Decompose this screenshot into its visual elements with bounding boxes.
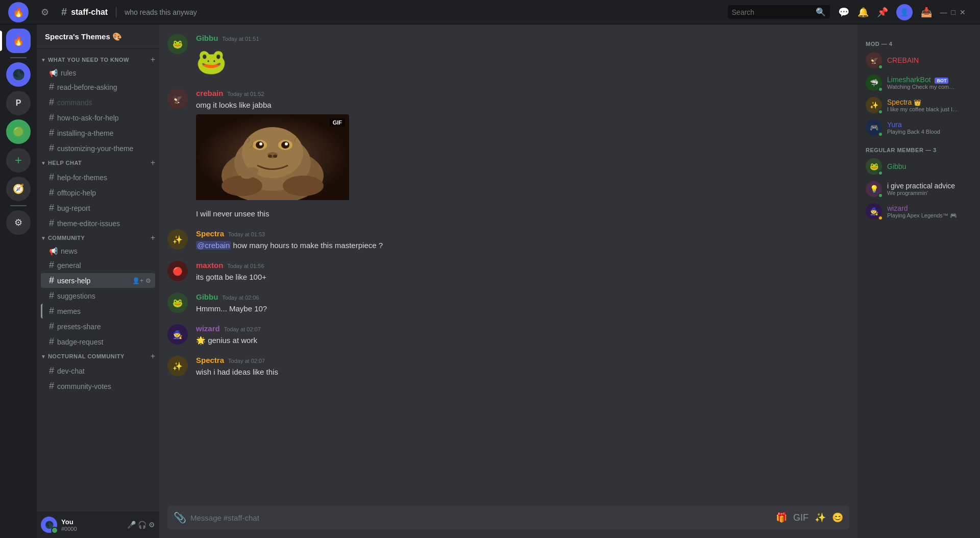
server-item-green[interactable]: 🟢 (6, 119, 31, 144)
channel-help-themes[interactable]: # help-for-themes (41, 170, 155, 185)
avatar[interactable]: 🧙 (167, 324, 188, 345)
category-what-you-need-to-know[interactable]: ▼ WHAT YOU NEED TO KNOW + (37, 53, 159, 66)
explore-button[interactable]: 🧭 (6, 177, 31, 201)
avatar[interactable]: ✨ (167, 356, 188, 376)
message-author[interactable]: crebain (196, 89, 223, 97)
avatar: 🎮 (866, 119, 882, 136)
settings-channel-icon[interactable]: ⚙ (145, 277, 151, 284)
message-text: wish i had ideas like this (196, 366, 849, 377)
list-item[interactable]: ✨ Spectra 👑 I like my coffee black just … (862, 94, 976, 116)
channel-theme-editor[interactable]: # theme-editor-issues (41, 216, 155, 231)
category-label-help: HELP CHAT (48, 160, 149, 166)
channel-offtopic[interactable]: # offtopic-help (41, 185, 155, 200)
channel-general[interactable]: # general (41, 258, 155, 273)
category-community[interactable]: ▼ COMMUNITY + (37, 231, 159, 244)
channel-suggestions[interactable]: # suggestions (41, 288, 155, 303)
message-author[interactable]: maxton (196, 261, 223, 270)
list-item[interactable]: 🐸 Gibbu (862, 155, 976, 178)
avatar: 🧙 (866, 203, 882, 219)
channel-how-to-ask[interactable]: # how-to-ask-for-help (41, 110, 155, 125)
channel-badge-request[interactable]: # badge-request (41, 334, 155, 349)
category-add-icon-4[interactable]: + (151, 352, 155, 361)
close-button[interactable]: ✕ (960, 8, 966, 16)
channel-bug-report[interactable]: # bug-report (41, 201, 155, 215)
notification-icon[interactable]: 🔔 (857, 7, 869, 18)
channel-commands[interactable]: # commands (41, 95, 155, 110)
list-item[interactable]: 🧙 wizard Playing Apex Legends™ 🎮 (862, 200, 976, 223)
search-input[interactable] (732, 8, 814, 16)
avatar[interactable]: 🐸 (167, 34, 188, 54)
server-item-spectra[interactable]: 🔥 (6, 29, 31, 53)
bot-badge: BOT (935, 78, 948, 84)
channel-installing-name: installing-a-theme (57, 129, 151, 137)
list-item[interactable]: 🎮 Yura Playing Back 4 Blood (862, 116, 976, 139)
channel-bug-name: bug-report (57, 204, 151, 212)
user-settings-icon[interactable]: ⚙ (149, 521, 155, 529)
user-avatar[interactable]: 🌑 (41, 517, 57, 533)
settings-icon[interactable]: ⚙ (41, 7, 49, 18)
mute-icon[interactable]: 🎤 (127, 521, 136, 529)
inbox-2-icon[interactable]: 📥 (921, 7, 932, 18)
list-item[interactable]: 💡 i give practical advice We programmin' (862, 178, 976, 200)
gift-icon[interactable]: 🎁 (776, 512, 787, 523)
category-nocturnal[interactable]: ▼ NOCTURNAL COMMUNITY + (37, 350, 159, 363)
search-bar[interactable]: 🔍 (728, 5, 830, 19)
message-author[interactable]: wizard (196, 324, 220, 333)
attach-icon[interactable]: 📎 (174, 505, 186, 530)
message-timestamp: Today at 01:56 (227, 263, 264, 269)
sticker-icon[interactable]: ✨ (815, 512, 826, 523)
channel-news[interactable]: 📢 news (41, 245, 155, 257)
message-author[interactable]: Gibbu (196, 292, 218, 301)
message-author[interactable]: Spectra (196, 356, 224, 364)
hash-icon: # (49, 321, 54, 332)
list-item[interactable]: 🦈 LimesharkBot BOT Watching Check my com… (862, 71, 976, 94)
category-help-chat[interactable]: ▼ HELP CHAT + (37, 156, 159, 169)
inbox-icon[interactable]: 💬 (838, 7, 849, 18)
member-info: wizard Playing Apex Legends™ 🎮 (887, 204, 972, 219)
message-author[interactable]: Gibbu (196, 34, 218, 42)
emoji-icon[interactable]: 😊 (832, 512, 843, 523)
list-item[interactable]: 🦅 CREBAIN (862, 49, 976, 71)
channel-customizing[interactable]: # customizing-your-theme (41, 141, 155, 156)
channel-presets[interactable]: # presets-share (41, 319, 155, 334)
channel-memes[interactable]: # memes (41, 304, 155, 319)
avatar[interactable]: 🦅 (167, 89, 188, 109)
channel-rules[interactable]: 📢 rules (41, 67, 155, 79)
server-divider (10, 57, 27, 58)
category-label-info: WHAT YOU NEED TO KNOW (48, 57, 149, 63)
table-row: ✨ Spectra Today at 02:07 wish i had idea… (167, 355, 849, 378)
minimize-button[interactable]: — (940, 8, 947, 16)
deafen-icon[interactable]: 🎧 (138, 521, 146, 529)
add-member-icon[interactable]: 👤+ (132, 277, 143, 284)
avatar[interactable]: 🔴 (167, 261, 188, 281)
header-divider (116, 7, 116, 17)
category-add-icon-3[interactable]: + (151, 233, 155, 242)
channel-installing[interactable]: # installing-a-theme (41, 126, 155, 140)
channel-item-icons: 👤+ ⚙ (132, 277, 151, 284)
svg-point-9 (285, 142, 288, 145)
channel-community-votes[interactable]: # community-votes (41, 379, 155, 394)
sidebar-server-name[interactable]: Spectra's Themes 🎨 (37, 25, 159, 49)
profile-icon[interactable]: 👤 (896, 4, 913, 20)
server-item-2[interactable]: 🌑 (6, 62, 31, 87)
mention[interactable]: @crebain (196, 241, 231, 250)
maximize-button[interactable]: □ (951, 8, 955, 16)
category-add-icon-2[interactable]: + (151, 158, 155, 167)
gif-icon[interactable]: GIF (793, 512, 808, 523)
user-settings-bottom[interactable]: ⚙ (6, 210, 31, 235)
add-server-button[interactable]: + (6, 148, 31, 173)
message-input[interactable] (190, 507, 772, 528)
avatar[interactable]: ✨ (167, 229, 188, 250)
user-info: You #0000 (61, 518, 123, 532)
message-author[interactable]: Spectra (196, 229, 224, 238)
channel-read-before-asking[interactable]: # read-before-asking (41, 80, 155, 94)
avatar[interactable]: 🐸 (167, 292, 188, 313)
category-add-icon[interactable]: + (151, 55, 155, 64)
message-text-2: I will never unsee this (196, 208, 849, 219)
member-info: LimesharkBot BOT Watching Check my comma… (887, 76, 972, 90)
channel-dev-chat[interactable]: # dev-chat (41, 363, 155, 378)
avatar: ✨ (866, 97, 882, 113)
pin-icon[interactable]: 📌 (877, 7, 888, 18)
channel-users-help[interactable]: # users-help 👤+ ⚙ (41, 273, 155, 288)
server-item-p[interactable]: P (6, 91, 31, 115)
